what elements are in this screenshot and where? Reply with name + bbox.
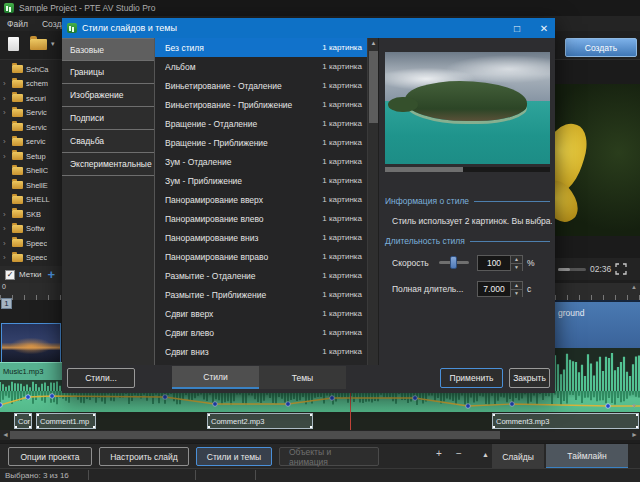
style-list-item[interactable]: Альбом1 картинка xyxy=(155,57,378,76)
spin-down-icon[interactable]: ▼ xyxy=(511,264,522,271)
time-ruler-right[interactable] xyxy=(555,283,640,300)
bottom-button-2[interactable]: Настроить слайд xyxy=(99,447,189,466)
tree-item[interactable]: ›Speec xyxy=(0,236,62,251)
tree-item[interactable]: ›securi xyxy=(0,91,62,106)
speed-spinbox[interactable]: 100 ▲▼ xyxy=(477,255,523,271)
spin-down-icon[interactable]: ▼ xyxy=(511,290,522,297)
marks-checkbox[interactable]: ✓ xyxy=(5,270,15,280)
tree-item[interactable]: Servic xyxy=(0,120,62,135)
timeline-scrollbar[interactable]: ◄ ► xyxy=(0,430,640,440)
music-track[interactable]: Music1.mp3 xyxy=(0,362,62,380)
music-waveform-right[interactable] xyxy=(555,348,640,391)
scroll-down-icon[interactable]: ▼ xyxy=(631,403,637,409)
zoom-out-icon[interactable]: − xyxy=(456,448,462,459)
zoom-in-icon[interactable]: + xyxy=(436,448,442,459)
preview-scrub-thumb[interactable] xyxy=(385,167,463,172)
clip-handle[interactable] xyxy=(29,413,32,416)
clip-handle[interactable] xyxy=(636,413,639,416)
style-list-item[interactable]: Вращение - Отдаление1 картинка xyxy=(155,114,378,133)
tree-item[interactable]: ›Speec xyxy=(0,251,62,266)
view-tab-timeline[interactable]: Таймлайн xyxy=(546,444,628,469)
audio-clip[interactable]: Comment2.mp3 xyxy=(207,413,313,429)
list-scrollbar[interactable]: ▲ ▼ xyxy=(367,38,378,379)
style-list-item[interactable]: Сдвиг влево1 картинка xyxy=(155,323,378,342)
tree-item[interactable]: ShellC xyxy=(0,164,62,179)
add-track-icon[interactable]: + xyxy=(48,270,56,280)
speed-slider-thumb[interactable] xyxy=(450,256,457,269)
scroll-up-icon[interactable]: ▲ xyxy=(368,38,378,49)
scrollbar-thumb[interactable] xyxy=(10,431,500,439)
seek-slider[interactable] xyxy=(558,268,586,271)
category-item[interactable]: Базовые xyxy=(62,38,154,61)
clip-handle[interactable] xyxy=(29,426,32,429)
style-list-item[interactable]: Панорамирование вверх1 картинка xyxy=(155,190,378,209)
tree-item[interactable]: ShellE xyxy=(0,178,62,193)
style-list-item[interactable]: Размытие - Приближение1 картинка xyxy=(155,285,378,304)
clip-handle[interactable] xyxy=(14,413,17,416)
style-list-item[interactable]: Размытие - Отдаление1 картинка xyxy=(155,266,378,285)
styles-menu-button[interactable]: Стили... xyxy=(67,368,135,388)
spin-up-icon[interactable]: ▲ xyxy=(511,282,522,290)
clip-handle[interactable] xyxy=(14,426,17,429)
tree-item[interactable]: SchCa xyxy=(0,62,62,77)
category-item[interactable]: Границы xyxy=(62,61,154,84)
close-button[interactable]: Закрыть xyxy=(509,368,550,388)
audio-clip[interactable]: Comment1.mp xyxy=(36,413,96,429)
audio-clip[interactable]: Cor xyxy=(14,413,32,429)
chevron-down-icon[interactable]: ▾ xyxy=(51,40,55,48)
full-duration-spinbox[interactable]: 7.000 ▲▼ xyxy=(477,281,523,297)
category-item[interactable]: Изображение xyxy=(62,84,154,107)
clip-handle[interactable] xyxy=(492,426,495,429)
style-list-item[interactable]: Панорамирование вниз1 картинка xyxy=(155,228,378,247)
spin-up-icon[interactable]: ▲ xyxy=(511,256,522,264)
style-list-item[interactable]: Виньетирование - Приближение1 картинка xyxy=(155,95,378,114)
tree-item[interactable]: ›Softw xyxy=(0,222,62,237)
tree-item[interactable]: ›schem xyxy=(0,77,62,92)
preview-scrub-bar[interactable] xyxy=(385,167,550,172)
style-list-item[interactable]: Панорамирование вправо1 картинка xyxy=(155,247,378,266)
style-list-item[interactable]: Панорамирование влево1 картинка xyxy=(155,209,378,228)
clip-handle[interactable] xyxy=(93,413,96,416)
dialog-tab-styles[interactable]: Стили xyxy=(172,366,259,389)
menu-item-Файл[interactable]: Файл xyxy=(7,19,28,29)
audio-waveform-strip[interactable] xyxy=(0,391,640,412)
background-clip[interactable]: ground xyxy=(555,300,640,348)
apply-button[interactable]: Применить xyxy=(440,368,503,388)
style-list-item[interactable]: Зум - Отдаление1 картинка xyxy=(155,152,378,171)
music-waveform-left[interactable] xyxy=(0,380,62,391)
slide-number-badge[interactable]: 1 xyxy=(1,298,12,309)
list-scrollbar-thumb[interactable] xyxy=(369,51,378,123)
tree-item[interactable]: SHELL xyxy=(0,193,62,208)
dialog-tab-themes[interactable]: Темы xyxy=(259,366,346,389)
maximize-icon[interactable]: □ xyxy=(506,23,528,34)
clip-handle[interactable] xyxy=(310,426,313,429)
category-item[interactable]: Экспериментальные xyxy=(62,153,154,176)
clip-handle[interactable] xyxy=(36,413,39,416)
style-list-item[interactable]: Сдвиг вверх1 картинка xyxy=(155,304,378,323)
speed-value[interactable]: 100 xyxy=(478,256,510,270)
open-folder-icon[interactable] xyxy=(30,39,47,50)
clip-handle[interactable] xyxy=(207,426,210,429)
clip-handle[interactable] xyxy=(310,413,313,416)
tree-item[interactable]: ›servic xyxy=(0,135,62,150)
tree-item[interactable]: ›Setup xyxy=(0,149,62,164)
new-file-icon[interactable] xyxy=(8,37,19,51)
tree-item[interactable]: ›Servic xyxy=(0,106,62,121)
category-item[interactable]: Подписи xyxy=(62,107,154,130)
scroll-up-icon[interactable]: ▲ xyxy=(631,284,637,290)
tree-item[interactable]: ›SKB xyxy=(0,207,62,222)
bottom-button-3[interactable]: Стили и темы xyxy=(196,447,272,466)
full-duration-value[interactable]: 7.000 xyxy=(478,282,510,296)
style-list-item[interactable]: Зум - Приближение1 картинка xyxy=(155,171,378,190)
speed-slider[interactable] xyxy=(439,261,469,264)
create-button[interactable]: Создать xyxy=(565,38,637,57)
style-list-item[interactable]: Без стиля1 картинка xyxy=(155,38,378,57)
style-list-item[interactable]: Сдвиг вниз1 картинка xyxy=(155,342,378,361)
audio-clip[interactable]: Comment3.mp3 xyxy=(492,413,639,429)
style-list-item[interactable]: Вращение - Приближение1 картинка xyxy=(155,133,378,152)
clip-handle[interactable] xyxy=(636,426,639,429)
clip-handle[interactable] xyxy=(492,413,495,416)
view-tab-slides[interactable]: Слайды xyxy=(492,444,544,469)
bottom-button-1[interactable]: Опции проекта xyxy=(8,447,92,466)
clip-handle[interactable] xyxy=(36,426,39,429)
